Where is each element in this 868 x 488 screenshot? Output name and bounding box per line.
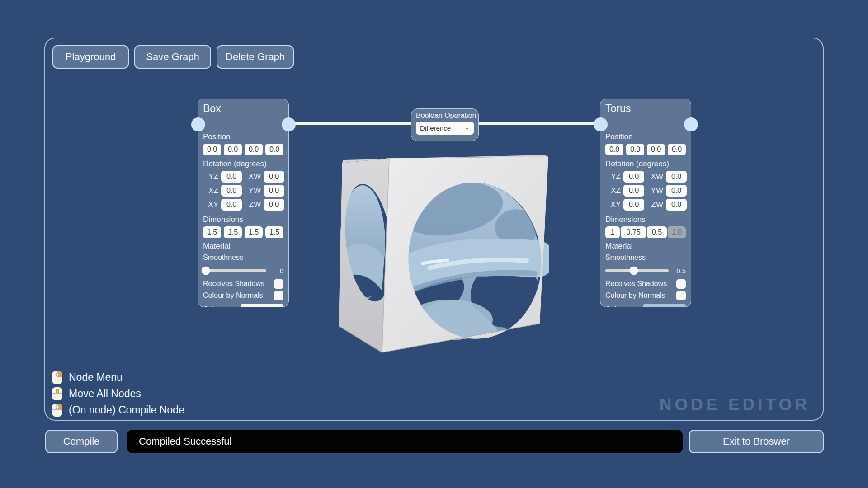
position-w-input[interactable] (668, 144, 686, 155)
receives-shadows-row: Receives Shadows (203, 279, 283, 289)
mouse-hints: Node Menu Move All Nodes (On node) Compi… (52, 371, 184, 417)
node-title: Boolean Operation (416, 111, 474, 120)
node-editor-app: { "toolbar": { "buttons": [ { "label": "… (0, 0, 868, 488)
rotation-label: Rotation (degrees) (605, 160, 686, 169)
colour-by-normals-checkbox[interactable] (676, 291, 686, 300)
rotation-inputs: YZ XW XZ YW XY ZW (605, 171, 686, 211)
status-text: Compiled Successful (139, 436, 231, 447)
rotation-xz-input[interactable] (623, 185, 644, 197)
dimension-1-input[interactable] (203, 226, 221, 238)
rotation-xz-label: XZ (202, 186, 218, 195)
hint-label: Move All Nodes (69, 388, 141, 400)
smoothness-value: 0 (271, 267, 283, 275)
node-box[interactable]: Box Position Rotation (degrees) YZ XW XZ… (198, 99, 289, 307)
colour-label: Colour (605, 305, 627, 307)
colour-swatch[interactable] (241, 304, 283, 308)
position-z-input[interactable] (245, 144, 263, 155)
node-title: Torus (605, 103, 686, 114)
node-title: Box (203, 103, 283, 114)
rotation-xz-input[interactable] (221, 185, 242, 197)
position-x-input[interactable] (605, 144, 623, 155)
rotation-zw-input[interactable] (666, 199, 687, 211)
smoothness-label: Smoothness (605, 253, 686, 262)
dimension-4-input (668, 226, 686, 238)
rotation-label: Rotation (degrees) (203, 160, 283, 169)
rotation-yz-label: YZ (202, 172, 218, 181)
position-label: Position (203, 132, 283, 141)
rotation-zw-label: ZW (245, 200, 261, 209)
dimension-3-input[interactable] (245, 226, 263, 238)
rotation-yw-label: YW (647, 186, 663, 195)
torus-output-connector[interactable] (684, 117, 698, 131)
position-w-input[interactable] (265, 144, 283, 155)
dimension-1-input[interactable] (605, 226, 620, 238)
viewport-3d[interactable] (337, 155, 549, 354)
rotation-xz-label: XZ (604, 186, 621, 195)
rotation-xw-input[interactable] (264, 171, 284, 183)
rotation-xw-input[interactable] (666, 171, 687, 183)
dimension-2-input[interactable] (621, 226, 646, 238)
box-input-connector[interactable] (191, 117, 205, 131)
position-x-input[interactable] (203, 144, 221, 155)
position-y-input[interactable] (224, 144, 242, 155)
position-y-input[interactable] (626, 144, 644, 155)
slider-thumb[interactable] (630, 267, 638, 275)
smoothness-value: 0.5 (673, 267, 686, 275)
playground-button[interactable]: Playground (52, 45, 129, 69)
colour-by-normals-label: Colour by Normals (203, 291, 263, 300)
dimension-3-input[interactable] (647, 226, 667, 238)
rotation-xy-label: XY (604, 200, 621, 209)
rotation-yz-input[interactable] (623, 171, 644, 183)
rotation-xw-label: XW (245, 172, 261, 181)
hint-move-all-nodes: Move All Nodes (52, 387, 184, 400)
receives-shadows-label: Receives Shadows (605, 280, 667, 288)
slider-thumb[interactable] (201, 267, 210, 275)
mouse-right-click-icon (52, 371, 62, 384)
rotation-zw-input[interactable] (264, 199, 284, 211)
smoothness-label: Smoothness (203, 253, 283, 262)
rotation-inputs: YZ XW XZ YW XY ZW (203, 171, 283, 211)
save-graph-button[interactable]: Save Graph (134, 45, 211, 69)
node-torus[interactable]: Torus Position Rotation (degrees) YZ XW … (600, 99, 691, 307)
rotation-yw-input[interactable] (666, 185, 687, 197)
position-label: Position (605, 132, 686, 141)
chevron-down-icon: ⌄ (464, 125, 470, 129)
position-inputs (605, 144, 686, 155)
rotation-yw-input[interactable] (264, 185, 284, 197)
hint-label: Node Menu (69, 371, 123, 384)
material-label: Material (605, 242, 686, 251)
hint-node-menu: Node Menu (52, 371, 184, 384)
colour-by-normals-row: Colour by Normals (203, 291, 283, 300)
dimension-2-input[interactable] (224, 226, 242, 238)
smoothness-slider[interactable] (605, 269, 669, 272)
rotation-yz-input[interactable] (221, 171, 242, 183)
colour-swatch[interactable] (643, 304, 686, 308)
material-label: Material (203, 242, 283, 251)
node-boolean-operation[interactable]: Boolean Operation Difference ⌄ (411, 108, 479, 141)
dimension-4-input[interactable] (265, 226, 283, 238)
box-output-connector[interactable] (282, 117, 296, 131)
smoothness-slider[interactable] (203, 269, 266, 272)
torus-input-connector[interactable] (594, 117, 608, 131)
receives-shadows-label: Receives Shadows (203, 280, 264, 288)
boolean-operation-select[interactable]: Difference ⌄ (416, 122, 474, 135)
colour-row: Colour (203, 303, 283, 307)
smoothness-slider-row: 0.5 (605, 266, 686, 275)
exit-to-browser-button[interactable]: Exit to Broswer (689, 430, 824, 453)
dimensions-label: Dimensions (203, 215, 283, 224)
receives-shadows-checkbox[interactable] (676, 279, 686, 289)
colour-by-normals-checkbox[interactable] (274, 291, 283, 300)
smoothness-slider-row: 0 (203, 266, 283, 275)
selected-option: Difference (420, 124, 451, 132)
compile-button[interactable]: Compile (45, 430, 118, 453)
rotation-yw-label: YW (245, 186, 261, 195)
rotation-xy-input[interactable] (221, 199, 242, 211)
delete-graph-button[interactable]: Delete Graph (217, 45, 294, 69)
position-z-input[interactable] (647, 144, 665, 155)
receives-shadows-checkbox[interactable] (274, 279, 283, 289)
dimensions-inputs (203, 226, 283, 238)
position-inputs (203, 144, 283, 155)
rotation-yz-label: YZ (604, 172, 621, 181)
rotation-xy-input[interactable] (623, 199, 644, 211)
dimensions-label: Dimensions (605, 215, 686, 224)
